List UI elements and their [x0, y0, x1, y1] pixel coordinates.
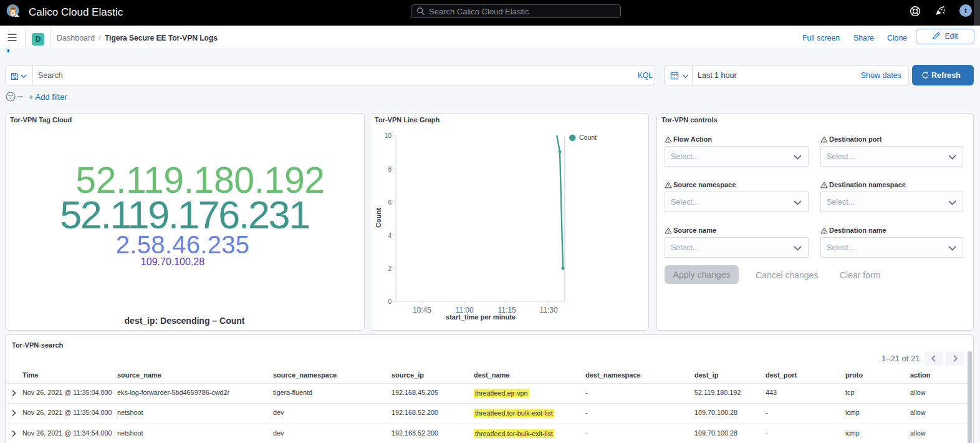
svg-text:4: 4 — [388, 232, 392, 239]
svg-text:11:30: 11:30 — [539, 306, 557, 314]
svg-text:8: 8 — [388, 166, 392, 173]
svg-text:Count: Count — [375, 208, 382, 228]
svg-text:Count: Count — [579, 134, 597, 141]
svg-text:0: 0 — [388, 298, 392, 305]
svg-text:10: 10 — [385, 132, 392, 139]
svg-text:6: 6 — [388, 199, 392, 206]
svg-text:start_time per minute: start_time per minute — [446, 313, 516, 321]
svg-text:10:45: 10:45 — [413, 306, 431, 314]
svg-text:2: 2 — [388, 265, 392, 272]
svg-text:t: t — [964, 7, 967, 14]
